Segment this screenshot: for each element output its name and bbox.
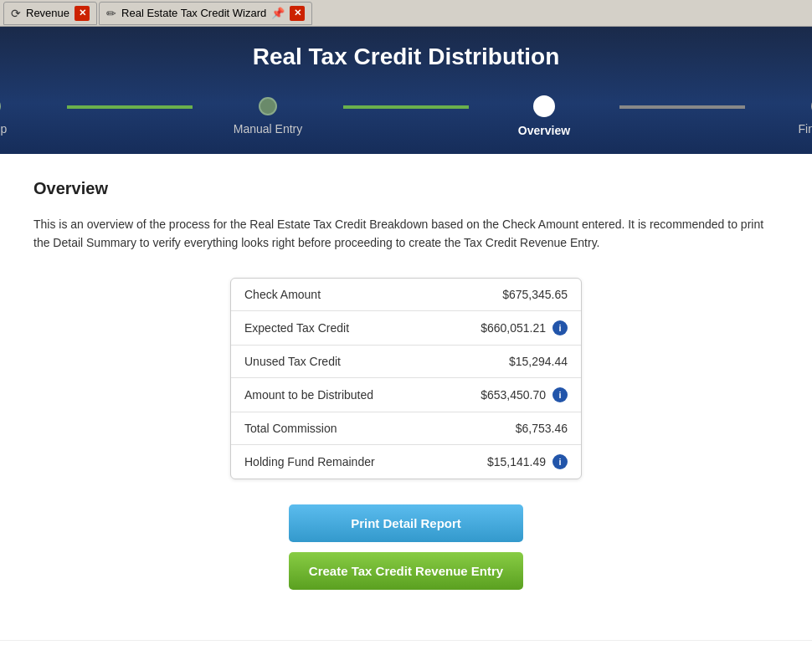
info-icon[interactable]: i	[552, 320, 568, 335]
create-tax-credit-button[interactable]: Create Tax Credit Revenue Entry	[289, 552, 523, 590]
revenue-tab-label: Revenue	[26, 7, 69, 19]
step-line-3	[619, 105, 745, 109]
step-finished-label: Finished	[799, 122, 812, 136]
step-setup-label: Setup	[0, 122, 7, 136]
step-manual-entry-label: Manual Entry	[234, 122, 302, 136]
step-setup-circle	[0, 97, 1, 115]
step-overview: Overview	[469, 95, 619, 137]
wizard-tab-label: Real Estate Tax Credit Wizard	[121, 7, 266, 19]
info-icon[interactable]: i	[552, 454, 568, 469]
row-label: Total Commission	[244, 422, 337, 435]
wizard-title: Real Tax Credit Distribution	[0, 44, 812, 87]
stepper: Setup Manual Entry Overview Finished	[0, 87, 812, 154]
wizard-header: Real Tax Credit Distribution Setup Manua…	[0, 27, 812, 154]
row-label: Expected Tax Credit	[244, 321, 349, 335]
revenue-tab[interactable]: ⟳ Revenue ✕	[3, 2, 97, 25]
row-value-group: $653,450.70i	[481, 387, 568, 402]
title-bar: ⟳ Revenue ✕ ✏ Real Estate Tax Credit Wiz…	[0, 0, 812, 27]
table-row: Check Amount$675,345.65	[231, 279, 581, 311]
table-row: Amount to be Distributed$653,450.70i	[231, 378, 581, 412]
row-label: Check Amount	[244, 288, 321, 301]
row-label: Unused Tax Credit	[244, 355, 341, 368]
wizard-tab-close[interactable]: ✕	[290, 6, 305, 21]
step-setup: Setup	[0, 97, 67, 136]
step-overview-circle	[533, 95, 555, 117]
row-value-group: $675,345.65	[502, 288, 568, 301]
table-row: Unused Tax Credit$15,294.44	[231, 346, 581, 378]
row-value-group: $15,294.44	[509, 355, 568, 368]
step-manual-entry-circle	[259, 97, 277, 115]
table-row: Expected Tax Credit$660,051.21i	[231, 311, 581, 346]
info-icon[interactable]: i	[552, 387, 568, 402]
step-manual-entry: Manual Entry	[193, 97, 343, 136]
row-value-group: $6,753.46	[516, 422, 568, 435]
step-finished: Finished	[745, 97, 812, 136]
row-value: $15,294.44	[509, 355, 568, 368]
step-line-1	[67, 105, 193, 109]
footer-nav: BACK NEXT	[0, 640, 812, 645]
table-row: Total Commission$6,753.46	[231, 412, 581, 445]
row-value: $675,345.65	[502, 288, 568, 301]
table-row: Holding Fund Remainder$15,141.49i	[231, 445, 581, 479]
section-title: Overview	[33, 179, 779, 198]
main-content: Overview This is an overview of the proc…	[0, 154, 812, 640]
row-value: $653,450.70	[481, 388, 546, 402]
data-table: Check Amount$675,345.65Expected Tax Cred…	[230, 278, 582, 479]
data-table-wrapper: Check Amount$675,345.65Expected Tax Cred…	[33, 278, 779, 479]
row-value: $6,753.46	[516, 422, 568, 435]
overview-description: This is an overview of the process for t…	[33, 215, 779, 253]
wizard-tab-icon: ✏	[106, 7, 116, 20]
row-label: Holding Fund Remainder	[244, 455, 375, 468]
button-group: Print Detail Report Create Tax Credit Re…	[33, 504, 779, 590]
row-value-group: $660,051.21i	[481, 320, 568, 335]
row-value: $15,141.49	[487, 455, 546, 468]
row-value: $660,051.21	[481, 321, 546, 335]
row-label: Amount to be Distributed	[244, 388, 373, 402]
step-line-2	[343, 105, 469, 109]
step-overview-label: Overview	[518, 124, 570, 137]
row-value-group: $15,141.49i	[487, 454, 568, 469]
pin-icon: 📌	[271, 7, 285, 19]
print-detail-report-button[interactable]: Print Detail Report	[289, 504, 523, 542]
revenue-icon: ⟳	[11, 7, 21, 20]
wizard-tab[interactable]: ✏ Real Estate Tax Credit Wizard 📌 ✕	[99, 2, 312, 25]
revenue-tab-close[interactable]: ✕	[75, 6, 90, 21]
